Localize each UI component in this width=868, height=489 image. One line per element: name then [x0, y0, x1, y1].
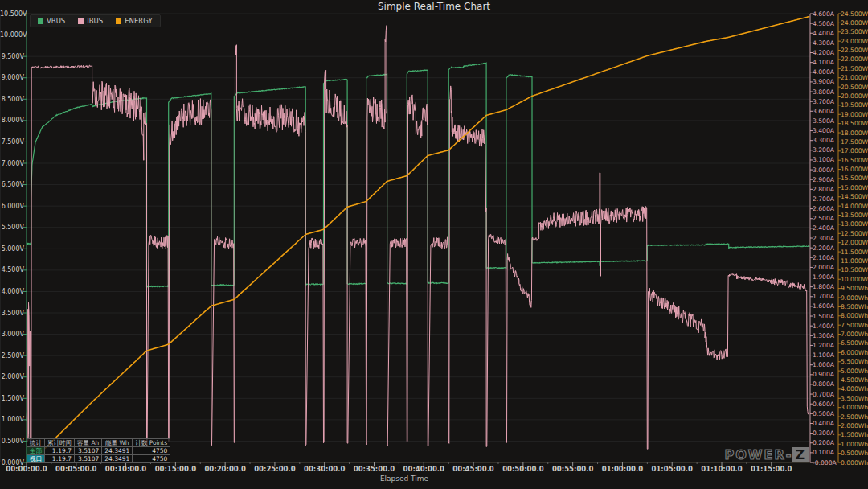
energy-tick-label: 4.500Wh [841, 376, 868, 384]
energy-tick-label: 16.500Wh [841, 157, 868, 164]
voltage-tick-label: 7.000V [0, 160, 24, 167]
current-tick-label: 1.100A [813, 351, 841, 359]
x-tick-label: 00:00:00.0 [0, 465, 55, 473]
power-z-chart-window: Simple Real-Time Chart VBUS IBUS ENERGY … [0, 0, 868, 489]
energy-tick-label: 24.500Wh [841, 10, 868, 18]
current-tick-label: 2.000A [813, 264, 841, 271]
energy-tick-label: 3.500Wh [841, 395, 868, 402]
current-tick-label: 0.300A [813, 429, 841, 437]
plot-area[interactable] [0, 0, 868, 489]
voltage-tick-label: 9.000V [0, 74, 24, 81]
series-energy [27, 16, 809, 462]
current-tick-label: 0.800A [813, 380, 841, 388]
voltage-tick-label: 0.500V [0, 438, 24, 445]
energy-tick-label: 20.000Wh [841, 92, 868, 100]
energy-tick-label: 6.000Wh [841, 349, 868, 356]
current-tick-label: 1.600A [813, 302, 841, 310]
current-tick-label: 4.200A [813, 49, 841, 56]
stats-all-energy: 24.3491 [102, 447, 133, 455]
energy-tick-label: 23.500Wh [841, 28, 868, 35]
voltage-tick-label: 1.500V [0, 395, 24, 402]
x-tick-label: 00:15:00.0 [147, 465, 203, 473]
energy-tick-label: 1.000Wh [841, 441, 868, 448]
current-tick-label: -0.000A [813, 459, 841, 466]
x-tick-label: 00:50:00.0 [495, 465, 551, 473]
voltage-tick-label: 4.500V [0, 266, 24, 273]
voltage-tick-label: 7.500V [0, 138, 24, 146]
current-tick-label: 0.500A [813, 410, 841, 417]
energy-tick-label: 7.000Wh [841, 331, 868, 338]
ibus-swatch-icon [78, 18, 84, 24]
legend-item-ibus[interactable]: IBUS [78, 17, 103, 25]
energy-tick-label: 11.000Wh [841, 257, 868, 265]
x-tick-label: 00:10:00.0 [98, 465, 154, 473]
current-tick-label: 3.700A [813, 98, 841, 105]
voltage-tick-label: 10.500V [0, 10, 24, 18]
voltage-tick-label: 2.000V [0, 373, 24, 380]
legend-label-energy: ENERGY [125, 17, 152, 25]
voltage-tick-label: 4.000V [0, 288, 24, 295]
energy-tick-label: 2.000Wh [841, 422, 868, 429]
current-tick-label: 0.200A [813, 439, 841, 446]
current-tick-label: 1.900A [813, 273, 841, 281]
energy-tick-label: 19.000Wh [841, 111, 868, 118]
stats-header-capacity: 容量 Ah [75, 439, 102, 447]
energy-tick-label: 3.000Wh [841, 404, 868, 411]
current-tick-label: 2.200A [813, 244, 841, 252]
current-tick-label: 0.900A [813, 371, 841, 378]
current-tick-label: 3.300A [813, 137, 841, 144]
legend-item-vbus[interactable]: VBUS [38, 17, 65, 25]
current-tick-label: 2.900A [813, 176, 841, 183]
voltage-tick-label: 5.000V [0, 245, 24, 253]
x-tick-label: 00:05:00.0 [48, 465, 104, 473]
energy-tick-label: 0.500Wh [841, 450, 868, 457]
energy-tick-label: 6.500Wh [841, 339, 868, 347]
current-tick-label: 1.400A [813, 323, 841, 330]
energy-tick-label: 20.500Wh [841, 84, 868, 91]
current-tick-label: 3.600A [813, 108, 841, 115]
stats-row-all: 全部 1:19:7 3.5107 24.3491 4750 [27, 447, 170, 455]
voltage-tick-label: 6.000V [0, 203, 24, 210]
watermark-z-icon: Z [792, 447, 809, 462]
energy-tick-label: 22.500Wh [841, 47, 868, 54]
energy-tick-label: 12.000Wh [841, 239, 868, 246]
x-tick-label: 01:00:00.0 [594, 465, 650, 473]
series-ibus [27, 26, 809, 450]
voltage-tick-label: 2.500V [0, 352, 24, 360]
stats-viewport-points: 4750 [133, 455, 170, 463]
power-z-watermark: POWER-Z [725, 447, 809, 462]
stats-viewport-time: 1:19:7 [45, 455, 75, 463]
vbus-swatch-icon [38, 18, 43, 24]
current-tick-label: 3.400A [813, 127, 841, 134]
voltage-tick-label: 3.000V [0, 331, 24, 338]
current-tick-label: 3.200A [813, 146, 841, 154]
x-tick-label: 00:55:00.0 [545, 465, 601, 473]
stats-viewport-energy: 24.3491 [102, 455, 133, 463]
current-tick-label: 1.200A [813, 342, 841, 349]
current-tick-label: 3.500A [813, 117, 841, 125]
energy-tick-label: 2.500Wh [841, 413, 868, 421]
energy-tick-label: 5.000Wh [841, 368, 868, 375]
energy-tick-label: 15.000Wh [841, 184, 868, 191]
energy-tick-label: 14.500Wh [841, 193, 868, 200]
x-tick-label: 01:15:00.0 [743, 465, 800, 473]
current-tick-label: 2.400A [813, 224, 841, 232]
voltage-tick-label: 8.500V [0, 96, 24, 103]
x-tick-label: 01:05:00.0 [644, 465, 700, 473]
energy-tick-label: 23.000Wh [841, 38, 868, 45]
current-tick-label: 1.700A [813, 293, 841, 300]
energy-tick-label: 8.500Wh [841, 303, 868, 310]
energy-tick-label: 9.500Wh [841, 285, 868, 292]
legend-item-energy[interactable]: ENERGY [116, 17, 152, 25]
energy-tick-label: 17.500Wh [841, 138, 868, 146]
energy-tick-label: 4.000Wh [841, 385, 868, 392]
current-tick-label: 2.700A [813, 195, 841, 203]
energy-swatch-icon [116, 18, 121, 24]
current-tick-label: 4.300A [813, 39, 841, 47]
energy-tick-label: 5.500Wh [841, 358, 868, 365]
stats-row-viewport: 视口 1:19:7 3.5107 24.3491 4750 [27, 455, 170, 463]
current-tick-label: 3.900A [813, 78, 841, 85]
energy-tick-label: 15.500Wh [841, 175, 868, 182]
energy-tick-label: 17.000Wh [841, 147, 868, 154]
x-tick-label: 00:30:00.0 [297, 465, 353, 473]
